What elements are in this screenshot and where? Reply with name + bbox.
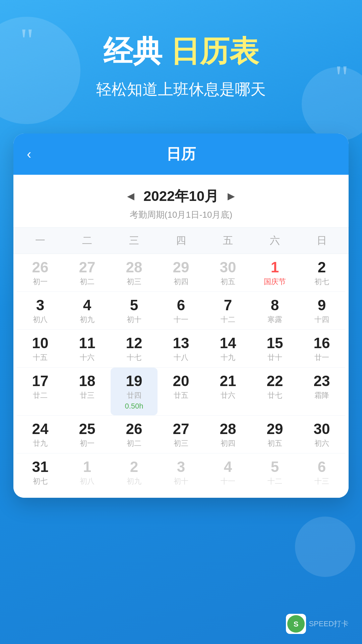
lunar-label: 国庆节	[264, 277, 286, 287]
day-9[interactable]: 9 十四	[298, 292, 345, 329]
day-29-sep[interactable]: 29 初四	[158, 254, 204, 291]
day-4-nov[interactable]: 4 十一	[204, 453, 251, 491]
day-28-sep[interactable]: 28 初三	[111, 254, 158, 291]
day-26-sep[interactable]: 26 初一	[17, 254, 64, 291]
day-3[interactable]: 3 初八	[17, 292, 64, 329]
day-24[interactable]: 24 廿九	[17, 416, 64, 453]
day-2-oct[interactable]: 2 初七	[298, 254, 345, 291]
day-num: 5	[130, 298, 138, 313]
day-6-nov[interactable]: 6 十三	[298, 453, 345, 491]
month-nav: ◄ 2022年10月 ►	[13, 175, 349, 209]
day-num: 30	[314, 422, 330, 436]
day-num: 29	[173, 260, 189, 275]
day-26[interactable]: 26 初二	[111, 416, 158, 453]
next-month-button[interactable]: ►	[225, 189, 237, 203]
day-num: 19	[126, 374, 142, 388]
lunar-label: 十八	[174, 353, 188, 363]
lunar-label: 廿九	[33, 438, 48, 448]
lunar-label: 初五	[267, 438, 282, 448]
day-14[interactable]: 14 十九	[204, 330, 251, 367]
lunar-label: 初九	[127, 476, 141, 486]
day-1-nov[interactable]: 1 初八	[64, 453, 111, 491]
lunar-label: 廿七	[267, 390, 282, 400]
day-num: 6	[177, 298, 185, 313]
page-title: 经典 日历表	[20, 34, 342, 69]
day-num: 2	[318, 260, 326, 275]
lunar-label: 初二	[80, 277, 95, 287]
lunar-label: 廿五	[174, 390, 188, 400]
day-30-sep[interactable]: 30 初五	[204, 254, 251, 291]
day-num: 8	[271, 298, 279, 313]
day-17[interactable]: 17 廿二	[17, 368, 64, 415]
day-num: 10	[32, 336, 49, 351]
weekday-fri: 五	[204, 234, 251, 248]
lunar-label: 廿二	[33, 390, 48, 400]
day-num: 25	[79, 422, 96, 436]
day-28[interactable]: 28 初四	[204, 416, 251, 453]
day-5[interactable]: 5 初十	[111, 292, 158, 329]
back-button[interactable]: ‹	[27, 147, 31, 162]
day-13[interactable]: 13 十八	[158, 330, 204, 367]
prev-month-button[interactable]: ◄	[125, 189, 137, 203]
month-title: 2022年10月	[143, 187, 219, 206]
day-num: 14	[220, 336, 236, 351]
day-num: 13	[173, 336, 189, 351]
day-7[interactable]: 7 十二	[204, 292, 251, 329]
day-10[interactable]: 10 十五	[17, 330, 64, 367]
day-27[interactable]: 27 初三	[158, 416, 204, 453]
lunar-label: 初三	[174, 438, 188, 448]
day-31[interactable]: 31 初七	[17, 453, 64, 491]
day-15[interactable]: 15 廿十	[251, 330, 298, 367]
lunar-label: 十六	[80, 353, 95, 363]
weekday-sat: 六	[251, 234, 298, 248]
day-19-today[interactable]: 19 廿四 0.50h	[111, 368, 158, 415]
day-num: 4	[224, 460, 232, 474]
lunar-label: 廿十	[267, 353, 282, 363]
day-num: 16	[314, 336, 330, 351]
lunar-label: 初十	[127, 315, 141, 325]
calendar-card: ‹ 日历 ◄ 2022年10月 ► 考勤周期(10月1日-10月底) 一 二 三…	[13, 133, 349, 498]
day-num: 27	[79, 260, 96, 275]
day-16[interactable]: 16 廿一	[298, 330, 345, 367]
weekday-tue: 二	[64, 234, 111, 248]
day-20[interactable]: 20 廿五	[158, 368, 204, 415]
day-21[interactable]: 21 廿六	[204, 368, 251, 415]
day-num: 5	[271, 460, 279, 474]
day-2-nov[interactable]: 2 初九	[111, 453, 158, 491]
week-6: 31 初七 1 初八 2 初九 3 初十 4 十一 5 十二	[13, 453, 349, 491]
lunar-label: 十五	[33, 353, 48, 363]
day-27-sep[interactable]: 27 初二	[64, 254, 111, 291]
day-30[interactable]: 30 初六	[298, 416, 345, 453]
lunar-label: 十九	[221, 353, 235, 363]
day-25[interactable]: 25 初一	[64, 416, 111, 453]
day-num: 4	[83, 298, 91, 313]
weekday-mon: 一	[17, 234, 64, 248]
lunar-label: 初一	[80, 438, 95, 448]
attendance-period: 考勤周期(10月1日-10月底)	[13, 209, 349, 227]
day-4[interactable]: 4 初九	[64, 292, 111, 329]
day-11[interactable]: 11 十六	[64, 330, 111, 367]
lunar-label: 十二	[267, 476, 282, 486]
day-num: 29	[267, 422, 283, 436]
day-num: 21	[220, 374, 236, 388]
day-23[interactable]: 23 霜降	[298, 368, 345, 415]
day-29[interactable]: 29 初五	[251, 416, 298, 453]
day-num: 3	[177, 460, 185, 474]
day-num: 2	[130, 460, 138, 474]
day-5-nov[interactable]: 5 十二	[251, 453, 298, 491]
day-12[interactable]: 12 十七	[111, 330, 158, 367]
lunar-label: 初七	[314, 277, 329, 287]
day-num: 26	[126, 422, 142, 436]
day-num: 15	[267, 336, 283, 351]
lunar-label: 寒露	[267, 315, 282, 325]
day-num: 6	[318, 460, 326, 474]
day-num: 1	[271, 260, 279, 275]
day-6[interactable]: 6 十一	[158, 292, 204, 329]
day-1-oct[interactable]: 1 国庆节	[251, 254, 298, 291]
day-3-nov[interactable]: 3 初十	[158, 453, 204, 491]
day-18[interactable]: 18 廿三	[64, 368, 111, 415]
watermark: S SPEED打卡	[286, 614, 349, 634]
lunar-label: 十二	[221, 315, 235, 325]
day-8[interactable]: 8 寒露	[251, 292, 298, 329]
day-22[interactable]: 22 廿七	[251, 368, 298, 415]
